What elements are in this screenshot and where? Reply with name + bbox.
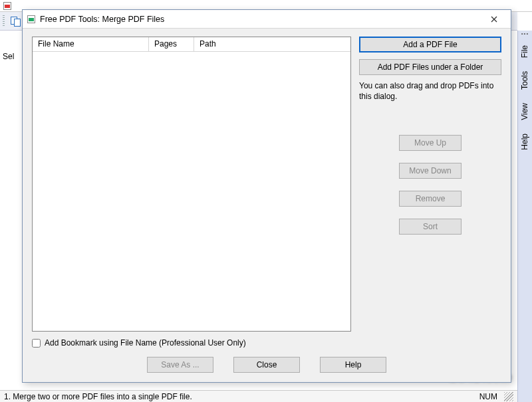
status-num: NUM: [479, 392, 497, 401]
close-button[interactable]: [480, 12, 508, 27]
merge-icon: [11, 16, 21, 27]
menu-item-tools[interactable]: Tools: [518, 64, 531, 96]
close-icon: [491, 16, 497, 23]
merge-tool-button[interactable]: [9, 14, 23, 29]
menu-item-file[interactable]: File: [518, 39, 531, 64]
bookmark-label: Add Bookmark using File Name (Profession…: [45, 338, 246, 348]
add-folder-button[interactable]: Add PDF Files under a Folder: [359, 59, 501, 75]
close-dialog-button[interactable]: Close: [233, 357, 300, 373]
help-button[interactable]: Help: [320, 357, 386, 373]
bookmark-checkbox-row[interactable]: Add Bookmark using File Name (Profession…: [32, 338, 351, 348]
move-up-button[interactable]: Move Up: [399, 135, 462, 151]
toolbar-grip: [3, 15, 5, 27]
left-panel-label: Sel: [3, 52, 14, 61]
pdf-icon: [3, 1, 12, 11]
listview-header: File Name Pages Path: [33, 37, 350, 52]
move-down-button[interactable]: Move Down: [399, 163, 462, 179]
resize-handle-icon[interactable]: [504, 392, 513, 401]
remove-button[interactable]: Remove: [399, 191, 462, 207]
add-pdf-file-button[interactable]: Add a PDF File: [359, 37, 501, 52]
menu-item-help[interactable]: Help: [518, 127, 531, 157]
save-as-button[interactable]: Save As ...: [147, 357, 213, 373]
menu-grip-icon: •••: [518, 31, 532, 39]
bookmark-checkbox[interactable]: [32, 339, 41, 348]
column-pages[interactable]: Pages: [149, 37, 194, 51]
drag-drop-hint: You can also drag and drop PDFs into thi…: [359, 80, 501, 102]
column-filename[interactable]: File Name: [33, 37, 149, 51]
column-path[interactable]: Path: [194, 37, 350, 51]
file-listview[interactable]: File Name Pages Path: [32, 37, 351, 332]
dialog-title: Free PDF Tools: Merge PDF Files: [40, 15, 480, 24]
listview-body[interactable]: [33, 52, 350, 331]
status-bar: 1. Merge two or more PDF files into a si…: [0, 390, 517, 402]
dialog-pdf-icon: [27, 15, 36, 24]
dialog-footer: Save As ... Close Help: [23, 352, 511, 382]
menu-item-view[interactable]: View: [518, 96, 531, 127]
right-side-menu: ••• File Tools View Help: [517, 31, 532, 402]
dialog-titlebar[interactable]: Free PDF Tools: Merge PDF Files: [23, 10, 511, 29]
merge-dialog: Free PDF Tools: Merge PDF Files File Nam…: [22, 9, 511, 383]
status-text: 1. Merge two or more PDF files into a si…: [4, 392, 192, 401]
sort-button[interactable]: Sort: [399, 219, 462, 235]
